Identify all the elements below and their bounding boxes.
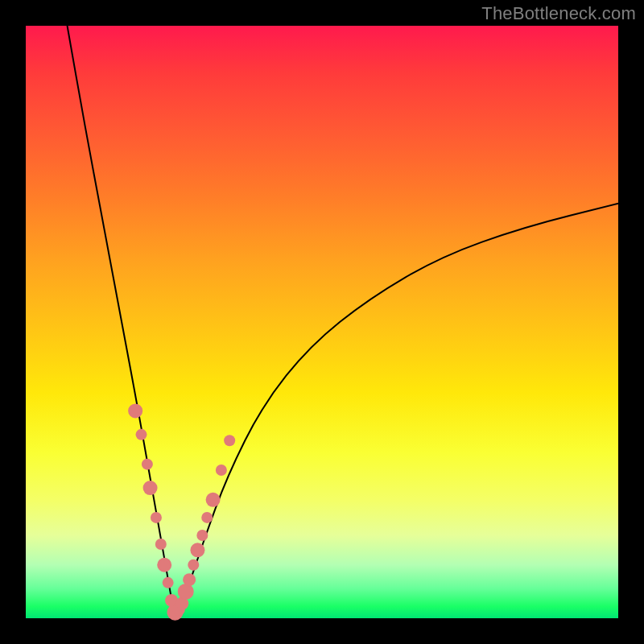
- data-dot: [163, 577, 174, 588]
- outer-frame: TheBottleneck.com: [0, 0, 644, 644]
- data-dot: [157, 558, 171, 572]
- chart-svg: [26, 26, 618, 618]
- data-dot: [183, 573, 196, 586]
- data-dot: [224, 435, 235, 446]
- data-dot: [190, 543, 204, 557]
- data-dot: [196, 530, 208, 541]
- watermark-text: TheBottleneck.com: [481, 3, 636, 24]
- sample-dots-group: [128, 403, 235, 620]
- data-dot: [151, 512, 162, 523]
- data-dot: [188, 559, 199, 571]
- data-dot: [143, 481, 158, 495]
- data-dot: [128, 403, 142, 418]
- data-dot: [142, 459, 153, 470]
- data-dot: [216, 464, 227, 476]
- data-dot: [206, 493, 221, 507]
- bottleneck-curve: [68, 26, 618, 613]
- data-dot: [155, 539, 167, 550]
- data-dot: [201, 512, 213, 523]
- plot-area: [26, 26, 618, 618]
- data-dot: [136, 429, 147, 440]
- data-dot: [178, 584, 194, 600]
